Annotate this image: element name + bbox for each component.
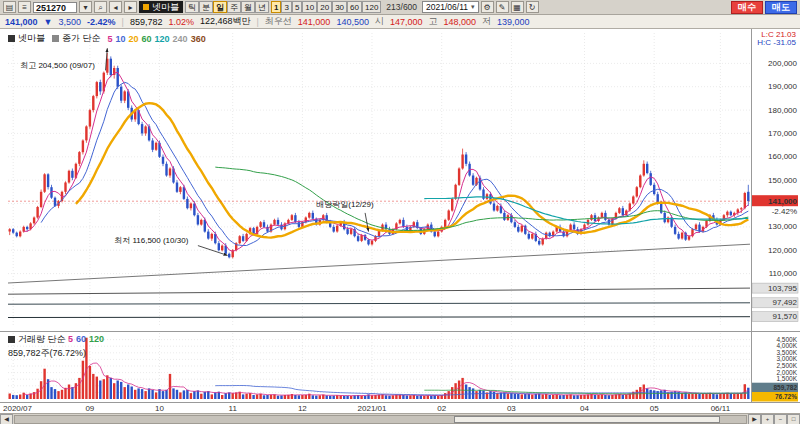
menu-icon[interactable]: ▤ (3, 1, 16, 13)
code-dropdown-icon[interactable]: ▾ (79, 1, 92, 13)
interval-5[interactable]: 5 (292, 1, 302, 13)
legend-ma-10: 10 (116, 34, 126, 44)
scroll-right-icon[interactable]: ▶ (748, 414, 761, 424)
legend-ma-60: 60 (142, 34, 152, 44)
legend-vol-ma-120: 120 (89, 334, 104, 344)
zoom-in-icon[interactable]: + (761, 414, 774, 424)
x-axis-label: 05 (650, 404, 659, 413)
open-label: 시 (375, 15, 384, 28)
svg-text:141,000: 141,000 (768, 197, 797, 206)
scrollbar-track[interactable] (14, 415, 747, 424)
high-price: 148,000 (443, 17, 476, 27)
svg-text:130,000: 130,000 (768, 222, 797, 231)
x-axis-label: 12 (298, 404, 307, 413)
best-quote-label: 최우선 (265, 15, 292, 28)
svg-text:1,500K: 1,500K (776, 375, 797, 382)
svg-text:76.72%: 76.72% (775, 393, 797, 400)
chart-area: 110,000120,000130,000140,000150,000160,0… (0, 29, 800, 402)
volume-chart[interactable]: 500K1,000K1,500K2,000K2,500K3,000K3,500K… (0, 331, 800, 402)
x-axis-label: 06/11 (711, 404, 730, 413)
legend-vol-ma-60: 60 (76, 334, 86, 344)
x-axis-label: 02 (437, 404, 446, 413)
zoom-out-icon[interactable]: − (774, 414, 787, 424)
interval-1[interactable]: 1 (271, 1, 281, 13)
stock-color-icon (143, 4, 149, 10)
stock-name: 넷마블 (152, 1, 179, 14)
range-percent-overlay: L:C 21.03 H:C -31.05 (757, 31, 796, 47)
period-tab-주[interactable]: 주 (227, 1, 241, 13)
price-chart-legend: 넷마블종가 단순5102060120240360 (8, 32, 209, 45)
volume-value: 859,782 (130, 17, 163, 27)
interval-20[interactable]: 20 (317, 1, 332, 13)
interval-3[interactable]: 3 (281, 1, 291, 13)
svg-text:3,000K: 3,000K (776, 355, 797, 362)
svg-text:4,500K: 4,500K (776, 336, 797, 343)
legend-ma-20: 20 (129, 34, 139, 44)
svg-text:190,000: 190,000 (768, 82, 797, 91)
interval-120[interactable]: 120 (362, 1, 381, 13)
refresh-icon[interactable]: ↻ (526, 1, 539, 13)
period-tab-틱[interactable]: 틱 (185, 1, 199, 13)
next-stock-button[interactable]: ▸ (124, 1, 137, 13)
x-axis: 2020/07091011122021/010203040506/11 (0, 402, 800, 413)
period-tab-년[interactable]: 년 (255, 1, 269, 13)
period-tab-월[interactable]: 월 (241, 1, 255, 13)
svg-text:160,000: 160,000 (768, 152, 797, 161)
x-axis-label: 2021/01 (358, 404, 387, 413)
svg-text:180,000: 180,000 (768, 106, 797, 115)
price-change: 3,500 (58, 17, 81, 27)
date-picker[interactable]: 2021/06/11 ▾ (422, 1, 478, 13)
chart-toolbar: ▤ ≡ 251270 ▾ ⌕ ◂ ▸ 넷마블 틱분일주월년 1351020306… (0, 0, 800, 15)
settings-icon[interactable]: ⚙ (481, 1, 494, 13)
svg-text:-2.42%: -2.42% (772, 207, 797, 216)
legend-vol-title: 거래량 단순 (18, 334, 66, 344)
main-price-chart[interactable]: 110,000120,000130,000140,000150,000160,0… (0, 29, 800, 331)
legend-ma-5: 5 (108, 34, 113, 44)
legend-vol-ma-5: 5 (68, 334, 73, 344)
scrollbar-thumb[interactable] (454, 416, 721, 423)
interval-button-group: 13510203060120 (271, 1, 381, 13)
x-axis-label: 11 (229, 404, 237, 413)
svg-text:2,500K: 2,500K (776, 362, 797, 369)
interval-30[interactable]: 30 (332, 1, 347, 13)
svg-text:91,570: 91,570 (773, 312, 798, 321)
current-price: 141,000 (5, 17, 38, 27)
trade-amount: 122,468백만 (200, 15, 251, 28)
layout-icon[interactable]: ≡ (18, 1, 31, 13)
scroll-left-icon[interactable]: ◀ (0, 414, 13, 424)
sell-button[interactable]: 매도 (765, 1, 797, 14)
high-label: 고 (428, 15, 437, 28)
svg-text:150,000: 150,000 (768, 176, 797, 185)
stock-code-input[interactable]: 251270 (33, 2, 77, 13)
legend-ma-120: 120 (155, 34, 170, 44)
best-ask: 141,000 (298, 17, 331, 27)
date-value: 2021/06/11 (426, 2, 468, 12)
period-tab-분[interactable]: 분 (199, 1, 213, 13)
legend-ma-240: 240 (173, 34, 188, 44)
draw-tool-icon[interactable]: ✎ (496, 1, 509, 13)
grid-icon[interactable]: ▦ (511, 1, 524, 13)
x-axis-label: 10 (155, 404, 164, 413)
svg-text:170,000: 170,000 (768, 129, 797, 138)
x-axis-label: 09 (85, 404, 94, 413)
svg-text:120,000: 120,000 (768, 246, 797, 255)
interval-60[interactable]: 60 (347, 1, 362, 13)
search-icon[interactable]: ⌕ (94, 1, 107, 13)
legend-ma-360: 360 (191, 34, 206, 44)
svg-text:4,000K: 4,000K (776, 342, 797, 349)
svg-text:최저 116,500 (10/30): 최저 116,500 (10/30) (114, 236, 188, 245)
svg-text:최고 204,500 (09/07): 최고 204,500 (09/07) (20, 61, 95, 70)
period-tab-group: 틱분일주월년 (185, 1, 269, 13)
volume-chart-legend: 거래량 단순 560120859,782주(76.72%) (8, 333, 107, 360)
buy-button[interactable]: 매수 (731, 1, 763, 14)
interval-10[interactable]: 10 (302, 1, 317, 13)
expand-icon[interactable]: □ (787, 414, 800, 424)
prev-stock-button[interactable]: ◂ (109, 1, 122, 13)
open-price: 147,000 (390, 17, 423, 27)
high-close-percent: H:C -31.05 (757, 39, 796, 47)
divider: | (257, 17, 259, 27)
svg-text:110,000: 110,000 (769, 269, 798, 278)
svg-text:97,492: 97,492 (773, 298, 798, 307)
turnover-percent: 1.02% (168, 17, 194, 27)
period-tab-일[interactable]: 일 (213, 1, 227, 13)
